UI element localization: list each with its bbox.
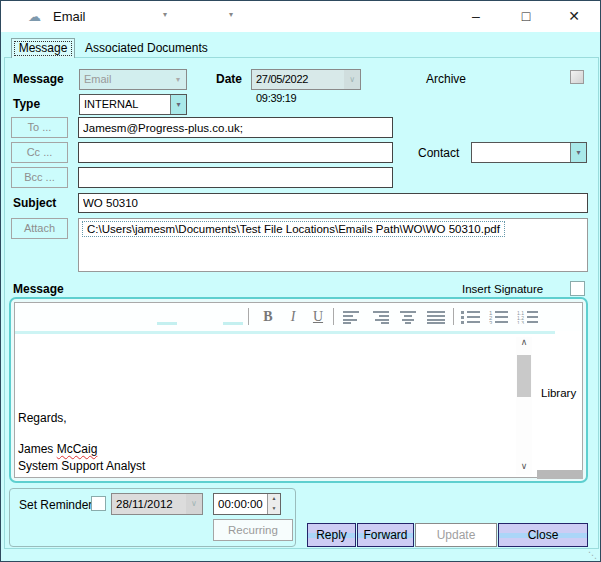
set-reminder-checkbox[interactable] — [91, 496, 106, 511]
scroll-up-icon[interactable]: ∧ — [516, 337, 532, 351]
svg-text:3: 3 — [489, 320, 493, 324]
reminder-date-value: 28/11/2012 — [116, 498, 173, 510]
date-label: Date — [216, 72, 242, 86]
recurring-button[interactable]: Recurring — [213, 519, 293, 541]
tab-focus-ring — [14, 41, 72, 56]
contact-dropdown[interactable]: ▾ — [471, 142, 587, 163]
signature-first-name: James — [18, 442, 57, 456]
type-label: Type — [13, 97, 40, 111]
close-button[interactable]: Close — [498, 523, 588, 547]
tab-associated-documents[interactable]: Associated Documents — [85, 41, 208, 55]
align-center-icon[interactable] — [399, 310, 417, 327]
update-button[interactable]: Update — [415, 523, 497, 547]
body-signature-name: James McCaig — [18, 442, 97, 456]
align-right-icon[interactable] — [371, 310, 389, 327]
set-reminder-label: Set Reminder — [19, 498, 92, 512]
insert-signature-label: Insert Signature — [462, 283, 543, 295]
editor-corner-bar — [537, 470, 583, 479]
signature-last-name: McCaig — [57, 442, 98, 456]
email-dialog-window: ☁ Email – □ ✕ Message Associated Documen… — [0, 0, 601, 562]
title-bar[interactable]: ☁ Email – □ ✕ — [1, 1, 600, 32]
contact-label: Contact — [418, 146, 459, 160]
subject-label: Subject — [13, 196, 56, 210]
message-body-label: Message — [13, 282, 64, 296]
scroll-thumb[interactable] — [517, 355, 531, 397]
editor-vertical-scrollbar[interactable]: ∧ ∨ — [516, 337, 532, 475]
toolbar-separator — [333, 308, 334, 325]
maximize-button[interactable]: □ — [509, 1, 543, 32]
numbered-list-icon[interactable]: 123 — [489, 310, 509, 327]
font-size-underbar — [223, 322, 243, 325]
message-type-label: Message — [13, 72, 64, 86]
date-chevron-icon: ∨ — [344, 70, 360, 89]
cc-input[interactable] — [78, 142, 393, 163]
to-input[interactable] — [78, 117, 393, 138]
archive-checkbox[interactable] — [570, 70, 584, 84]
attach-button[interactable]: Attach — [11, 218, 68, 239]
toolbar-underline — [15, 331, 555, 334]
type-dropdown-arrow-icon: ▾ — [170, 95, 186, 114]
italic-button[interactable]: I — [282, 306, 304, 327]
font-family-underbar — [157, 322, 177, 325]
reminder-date-picker[interactable]: 28/11/2012 ∨ — [111, 493, 203, 515]
close-window-button[interactable]: ✕ — [557, 1, 591, 32]
resize-grip-icon[interactable]: ⋱ — [588, 550, 597, 560]
font-family-dropdown[interactable]: ▾ — [163, 10, 167, 19]
reminder-date-chevron-icon: ∨ — [186, 494, 202, 514]
underline-button[interactable]: U — [307, 306, 329, 327]
body-signature-role: System Support Analyst — [18, 459, 145, 473]
subject-input[interactable] — [78, 193, 588, 213]
cc-button[interactable]: Cc ... — [11, 142, 68, 163]
body-regards: Regards, — [18, 411, 67, 425]
contact-dropdown-arrow-icon: ▾ — [570, 143, 586, 162]
insert-signature-checkbox[interactable] — [570, 281, 585, 296]
forward-button[interactable]: Forward — [357, 523, 414, 547]
time-spinner-buttons[interactable]: ▲ ▼ — [267, 494, 280, 514]
message-kind-value: Email — [84, 73, 112, 85]
multilevel-list-icon[interactable]: 1.11.21.3 — [517, 310, 539, 327]
bcc-input[interactable] — [78, 167, 393, 188]
font-size-dropdown[interactable]: ▾ — [229, 10, 233, 19]
archive-label: Archive — [426, 72, 466, 86]
reply-button[interactable]: Reply — [307, 523, 356, 547]
align-left-icon[interactable] — [343, 310, 361, 327]
dropdown-arrow-icon: ▾ — [170, 70, 186, 89]
reminder-time-spinner[interactable]: 00:00:00 ▲ ▼ — [213, 493, 281, 515]
bold-button[interactable]: B — [257, 306, 279, 327]
reminder-time-value: 00:00:00 — [218, 498, 263, 510]
toolbar-separator — [248, 308, 249, 325]
attachment-item[interactable]: C:\Users\jamesm\Documents\Test File Loca… — [82, 221, 505, 237]
spin-up-icon[interactable]: ▲ — [268, 494, 280, 504]
spin-down-icon[interactable]: ▼ — [268, 504, 280, 514]
type-dropdown[interactable]: INTERNAL ▾ — [79, 94, 187, 115]
svg-text:1.3: 1.3 — [517, 320, 524, 324]
message-kind-dropdown[interactable]: Email ▾ — [79, 69, 187, 90]
bullet-list-icon[interactable] — [461, 310, 481, 327]
window-title: Email — [53, 9, 86, 24]
to-button[interactable]: To ... — [11, 117, 68, 138]
scroll-down-icon[interactable]: ∨ — [516, 461, 532, 475]
attachment-list[interactable]: C:\Users\jamesm\Documents\Test File Loca… — [78, 218, 588, 272]
align-justify-icon[interactable] — [427, 310, 445, 327]
cloud-icon: ☁ — [28, 9, 41, 24]
library-label[interactable]: Library — [541, 387, 576, 399]
type-value: INTERNAL — [84, 98, 138, 110]
tab-message[interactable]: Message — [11, 38, 75, 58]
date-picker[interactable]: 27/05/2022 09:39:19 ∨ — [251, 69, 361, 90]
minimize-button[interactable]: – — [459, 1, 493, 32]
toolbar-separator — [453, 308, 454, 325]
bcc-button[interactable]: Bcc ... — [11, 167, 68, 188]
